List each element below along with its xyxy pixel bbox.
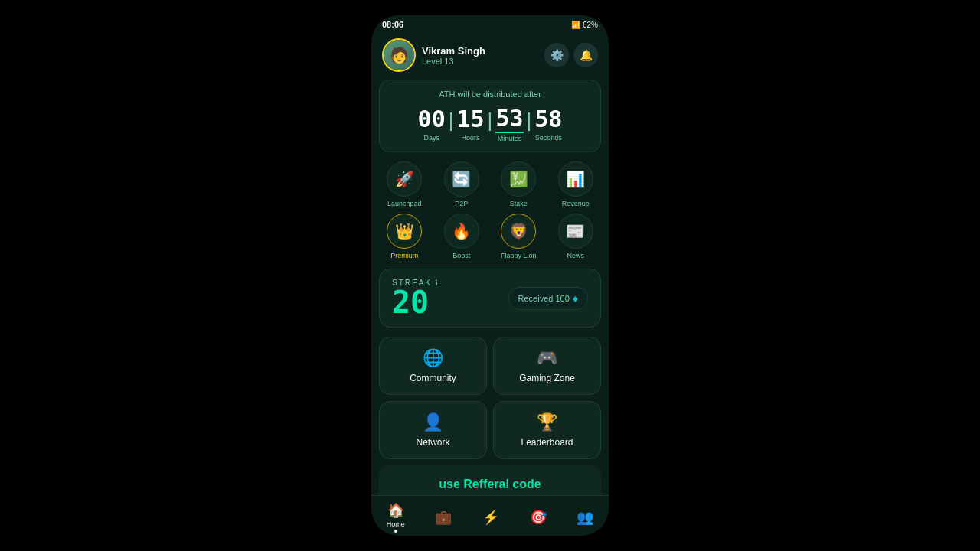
days-label: Days <box>418 134 446 142</box>
community-icon: 🌐 <box>423 348 443 368</box>
referral-line1: use Refferal code <box>439 478 541 491</box>
p2p-icon: 🔄 <box>444 161 479 197</box>
profile-icon: 👥 <box>577 509 593 526</box>
nav-profile[interactable]: 👥 <box>577 509 593 526</box>
timer-card: ATH will be distributed after 00 Days | … <box>379 80 601 152</box>
revenue-icon: 📊 <box>558 161 593 197</box>
notifications-button[interactable]: 🔔 <box>573 43 598 67</box>
network-label: Network <box>416 437 449 448</box>
status-time: 08:06 <box>382 20 403 29</box>
exchange-icon: ⚡ <box>482 509 499 526</box>
boost-icon: 🔥 <box>444 214 479 249</box>
referral-text: use Refferal code c446d2cd8189 <box>390 476 590 495</box>
timer-title: ATH will be distributed after <box>392 90 588 99</box>
menu-item-p2p[interactable]: 🔄 P2P <box>436 161 488 207</box>
nav-target[interactable]: 🎯 <box>530 509 547 526</box>
seconds-value: 58 <box>534 106 562 132</box>
timer-days: 00 Days <box>418 106 446 142</box>
menu-item-boost[interactable]: 🔥 Boost <box>436 214 488 259</box>
gaming-zone-icon: 🎮 <box>537 348 557 368</box>
menu-item-stake[interactable]: 💹 Stake <box>493 161 544 207</box>
leaderboard-label: Leaderboard <box>521 437 573 448</box>
timer-hours: 15 Hours <box>456 106 484 142</box>
premium-icon: 👑 <box>387 214 422 249</box>
hours-value: 15 <box>456 106 484 132</box>
nav-exchange[interactable]: ⚡ <box>482 509 499 526</box>
wallet-icon: 💼 <box>435 509 452 526</box>
streak-info-icon: ℹ <box>435 279 439 287</box>
settings-button[interactable]: ⚙️ <box>544 43 569 67</box>
timer-sep-1: | <box>449 109 454 139</box>
home-icon: 🏠 <box>387 502 404 519</box>
referral-banner: use Refferal code c446d2cd8189 <box>379 465 601 495</box>
leaderboard-icon: 🏆 <box>537 412 557 432</box>
menu-item-flappy-lion[interactable]: 🦁 Flappy Lion <box>493 214 544 259</box>
timer-sep-3: | <box>527 109 532 139</box>
timer-values: 00 Days | 15 Hours | 53 Minutes | 58 Sec… <box>392 105 588 142</box>
target-icon: 🎯 <box>530 509 547 526</box>
header: 🧑 Vikram Singh Level 13 ⚙️ 🔔 <box>379 34 601 80</box>
received-badge: Received 100 ♦ <box>508 287 588 310</box>
bottom-nav: 🏠 Home 💼 ⚡ 🎯 👥 <box>371 495 609 536</box>
revenue-label: Revenue <box>562 200 590 207</box>
menu-item-premium[interactable]: 👑 Premium <box>379 214 430 259</box>
diamond-icon: ♦ <box>573 292 578 305</box>
gaming-zone-button[interactable]: 🎮 Gaming Zone <box>493 337 601 395</box>
header-icons: ⚙️ 🔔 <box>544 43 598 67</box>
launchpad-icon: 🚀 <box>387 161 422 197</box>
wifi-icon: 📶 <box>571 21 580 29</box>
p2p-label: P2P <box>455 200 468 207</box>
days-value: 00 <box>418 106 446 132</box>
streak-value: 20 <box>392 287 439 318</box>
username: Vikram Singh <box>422 45 485 57</box>
avatar-image: 🧑 <box>384 40 414 70</box>
nav-home[interactable]: 🏠 Home <box>387 502 405 533</box>
boost-label: Boost <box>452 252 470 259</box>
minutes-label: Minutes <box>495 135 523 142</box>
timer-seconds: 58 Seconds <box>534 106 562 142</box>
flappy-lion-label: Flappy Lion <box>501 252 537 259</box>
status-bar: 08:06 📶 62% <box>371 15 609 34</box>
stake-label: Stake <box>510 200 528 207</box>
streak-left: STREAK ℹ 20 <box>392 279 439 318</box>
news-label: News <box>567 252 584 259</box>
seconds-label: Seconds <box>534 134 562 142</box>
battery-text: 62% <box>583 21 598 29</box>
menu-grid: 🚀 Launchpad 🔄 P2P 💹 Stake 📊 Revenue 👑 Pr… <box>379 161 601 259</box>
gaming-zone-label: Gaming Zone <box>519 373 575 383</box>
community-label: Community <box>410 373 456 383</box>
launchpad-label: Launchpad <box>387 200 422 207</box>
timer-minutes: 53 Minutes <box>495 105 523 142</box>
minutes-value: 53 <box>495 105 523 133</box>
network-icon: 👤 <box>423 412 443 432</box>
flappy-lion-icon: 🦁 <box>501 214 536 249</box>
received-text: Received 100 <box>518 294 570 303</box>
avatar: 🧑 <box>382 38 416 72</box>
content-area: 🧑 Vikram Singh Level 13 ⚙️ 🔔 ATH will be… <box>371 34 609 495</box>
stake-icon: 💹 <box>501 161 536 197</box>
big-buttons-grid: 🌐 Community 🎮 Gaming Zone 👤 Network 🏆 Le… <box>379 337 601 459</box>
menu-item-revenue[interactable]: 📊 Revenue <box>550 161 602 207</box>
news-icon: 📰 <box>558 214 593 249</box>
leaderboard-button[interactable]: 🏆 Leaderboard <box>493 401 601 459</box>
timer-sep-2: | <box>488 109 493 139</box>
user-details: Vikram Singh Level 13 <box>422 45 485 66</box>
network-button[interactable]: 👤 Network <box>379 401 487 459</box>
user-level: Level 13 <box>422 57 485 66</box>
user-info: 🧑 Vikram Singh Level 13 <box>382 38 485 72</box>
menu-item-news[interactable]: 📰 News <box>550 214 602 259</box>
home-active-dot <box>394 530 397 533</box>
menu-item-launchpad[interactable]: 🚀 Launchpad <box>379 161 430 207</box>
status-right: 📶 62% <box>571 21 598 29</box>
premium-label: Premium <box>390 252 418 259</box>
home-label: Home <box>387 520 405 528</box>
nav-wallet[interactable]: 💼 <box>435 509 452 526</box>
phone-container: 08:06 📶 62% 🧑 Vikram Singh Level 13 ⚙️ 🔔 <box>371 15 609 536</box>
community-button[interactable]: 🌐 Community <box>379 337 487 395</box>
streak-card: STREAK ℹ 20 Received 100 ♦ <box>379 269 601 328</box>
hours-label: Hours <box>456 134 484 142</box>
